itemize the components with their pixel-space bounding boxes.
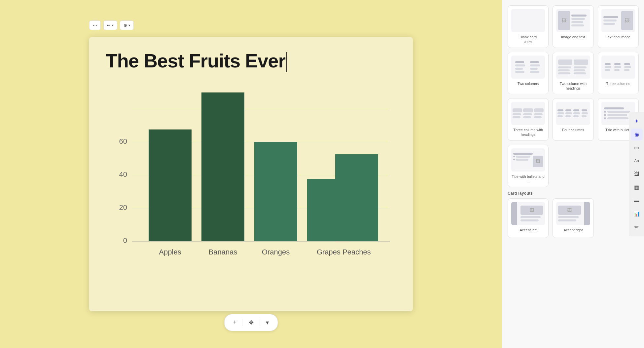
ai-icon: ✦ <box>634 118 639 124</box>
bar-apples <box>149 130 192 241</box>
slide-toolbar: ⋯ ↩ ▾ ⊕ ▾ <box>89 20 134 30</box>
layout-title-bullets-img[interactable]: 🖼 Title with bullets and ... <box>508 145 549 187</box>
bottom-toolbar: + ✥ ▾ <box>224 314 278 331</box>
menu-icon: ⋯ <box>93 23 97 28</box>
title-bullets-label: Title with bullets <box>605 128 631 132</box>
svg-text:Bananas: Bananas <box>209 248 237 256</box>
bar-peaches <box>335 154 378 241</box>
text-icon: Aa <box>634 159 639 163</box>
accent-right-label: Accent right <box>563 228 583 232</box>
layout-two-col-headings[interactable]: Two column with headings <box>553 52 593 95</box>
bar-chart: 0 20 40 60 Apples Bananas Oranges Grapes <box>106 82 396 301</box>
slide-container: ⋯ ↩ ▾ ⊕ ▾ The Best Fruits Ever <box>89 37 413 311</box>
undo-icon: ↩ <box>107 23 111 28</box>
image-icon: 🖼 <box>634 171 639 177</box>
more-icon: ▾ <box>266 319 269 326</box>
four-col-label: Four columns <box>562 128 584 132</box>
undo-chevron: ▾ <box>112 23 114 27</box>
icon-strip: ✦ ◉ ▭ Aa 🖼 ▦ ▬ 📊 ✏ <box>629 112 644 236</box>
move-slide-button[interactable]: ✥ <box>245 317 257 328</box>
layout-text-image[interactable]: 🖼 Text and image <box>598 5 639 48</box>
svg-text:Peaches: Peaches <box>342 248 371 256</box>
more-button[interactable]: ▾ <box>263 317 272 328</box>
two-col-h-label: Two column with headings <box>556 81 590 91</box>
table-icon: ▦ <box>634 184 639 190</box>
draw-button[interactable]: ✏ <box>631 221 643 233</box>
toolbar-divider <box>242 319 243 326</box>
image-text-label: Image and text <box>561 35 585 39</box>
add-icon: + <box>233 319 237 326</box>
move-slide-icon: ✥ <box>249 319 254 326</box>
accent-right-preview: 🖼 <box>556 202 590 225</box>
chart-wrapper: 0 20 40 60 Apples Bananas Oranges Grapes <box>106 82 396 301</box>
title-text: The Best Fruits Ever <box>106 50 285 71</box>
canvas-area: ⋯ ↩ ▾ ⊕ ▾ The Best Fruits Ever <box>0 0 502 348</box>
video-icon: ▬ <box>634 198 639 204</box>
accent-left-preview: 🖼 <box>511 202 545 225</box>
bar-bananas <box>201 93 244 241</box>
layout-blank-card[interactable]: Blank card/new <box>508 5 549 48</box>
two-col-label: Two columns <box>518 81 539 86</box>
draw-icon: ✏ <box>634 224 639 230</box>
ai-button[interactable]: ✦ <box>631 115 643 127</box>
title-bullets-img-label: Title with bullets and ... <box>511 174 545 184</box>
blank-preview <box>511 9 545 32</box>
layout-image-text[interactable]: 🖼 Image and text <box>553 5 593 48</box>
layout-accent-right[interactable]: 🖼 Accent right <box>553 198 593 238</box>
table-button[interactable]: ▦ <box>631 181 643 193</box>
layout-three-columns[interactable]: Three columns <box>598 52 639 95</box>
text-image-label: Text and image <box>606 35 631 39</box>
right-sidebar: Blank card/new 🖼 Image and text <box>502 0 644 348</box>
layout-three-col-headings[interactable]: Three column with headings <box>508 98 549 141</box>
svg-text:Apples: Apples <box>159 248 181 256</box>
four-col-preview <box>556 102 590 125</box>
slide-title[interactable]: The Best Fruits Ever <box>106 50 396 72</box>
two-col-preview <box>511 56 545 79</box>
layout-two-columns[interactable]: Two columns <box>508 52 549 95</box>
chart-button[interactable]: 📊 <box>631 208 643 220</box>
layout-button[interactable]: ▭ <box>631 142 643 154</box>
two-col-h-preview <box>556 56 590 79</box>
menu-button[interactable]: ⋯ <box>89 20 101 30</box>
move-chevron: ▾ <box>128 23 130 27</box>
three-col-label: Three columns <box>606 81 630 86</box>
three-col-h-label: Three column with headings <box>511 128 545 137</box>
image-button[interactable]: 🖼 <box>631 168 643 180</box>
video-button[interactable]: ▬ <box>631 195 643 207</box>
undo-button[interactable]: ↩ ▾ <box>103 20 117 30</box>
card-layouts-label: Card layouts <box>508 191 639 196</box>
svg-text:60: 60 <box>119 137 127 145</box>
title-bullets-img-preview: 🖼 <box>511 148 545 172</box>
three-col-preview <box>601 56 635 79</box>
svg-text:Oranges: Oranges <box>262 248 290 256</box>
toolbar-divider-2 <box>260 319 260 326</box>
layouts-grid: Blank card/new 🖼 Image and text <box>508 5 639 187</box>
move-button[interactable]: ⊕ ▾ <box>120 20 134 30</box>
svg-text:Grapes: Grapes <box>317 248 340 256</box>
svg-text:0: 0 <box>123 236 127 245</box>
three-col-h-preview <box>511 102 545 125</box>
svg-text:40: 40 <box>119 170 127 178</box>
chart-icon: 📊 <box>633 211 640 217</box>
layers-icon: ◉ <box>634 131 639 137</box>
layout-accent-left[interactable]: 🖼 Accent left <box>508 198 549 238</box>
blank-card-label: Blank card/new <box>519 35 537 44</box>
move-icon: ⊕ <box>124 23 127 28</box>
layout-four-columns[interactable]: Four columns <box>553 98 593 141</box>
text-cursor <box>286 52 287 72</box>
image-text-preview: 🖼 <box>556 9 590 32</box>
accent-left-label: Accent left <box>519 228 536 232</box>
bar-oranges <box>254 142 297 241</box>
layers-button[interactable]: ◉ <box>631 129 643 140</box>
layout-icon: ▭ <box>634 144 639 151</box>
text-button[interactable]: Aa <box>631 155 643 167</box>
text-image-preview: 🖼 <box>601 9 635 32</box>
add-button[interactable]: + <box>230 317 240 328</box>
card-layouts-grid: 🖼 Accent left 🖼 Accent right <box>508 198 639 238</box>
svg-text:20: 20 <box>119 203 127 212</box>
